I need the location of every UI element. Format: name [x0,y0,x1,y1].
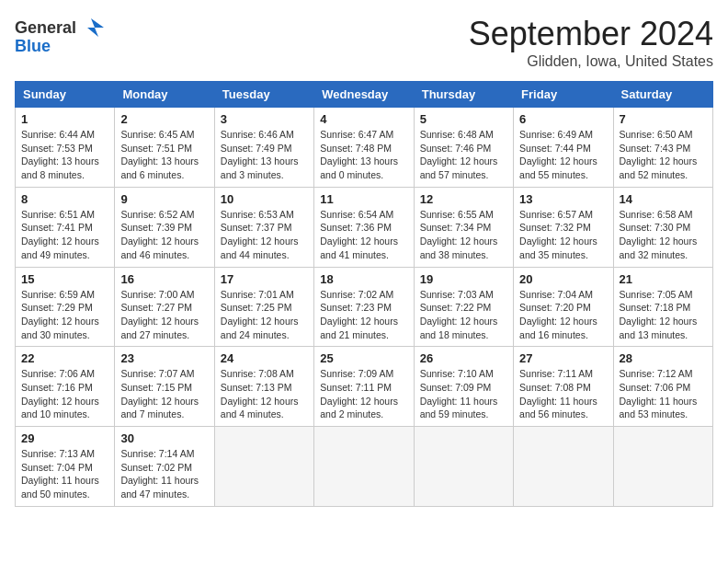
day-cell: 2Sunrise: 6:45 AM Sunset: 7:51 PM Daylig… [115,108,214,188]
day-cell: 21Sunrise: 7:05 AM Sunset: 7:18 PM Dayli… [613,267,712,347]
day-number: 26 [420,351,507,365]
day-info: Sunrise: 6:45 AM Sunset: 7:51 PM Dayligh… [120,128,208,182]
day-number: 16 [120,272,208,286]
day-cell [514,427,613,507]
day-info: Sunrise: 6:50 AM Sunset: 7:43 PM Dayligh… [620,128,707,182]
day-cell [214,427,313,507]
day-cell: 3Sunrise: 6:46 AM Sunset: 7:49 PM Daylig… [214,108,313,188]
day-info: Sunrise: 7:05 AM Sunset: 7:18 PM Dayligh… [620,288,707,342]
day-number: 12 [420,192,507,206]
day-number: 11 [320,192,407,206]
day-info: Sunrise: 6:51 AM Sunset: 7:41 PM Dayligh… [21,208,108,262]
day-cell: 1Sunrise: 6:44 AM Sunset: 7:53 PM Daylig… [16,108,115,188]
day-info: Sunrise: 6:44 AM Sunset: 7:53 PM Dayligh… [21,128,108,182]
day-number: 28 [620,351,707,365]
day-number: 18 [320,272,407,286]
day-info: Sunrise: 6:46 AM Sunset: 7:49 PM Dayligh… [221,128,308,182]
col-header-tuesday: Tuesday [214,82,313,108]
day-info: Sunrise: 6:55 AM Sunset: 7:34 PM Dayligh… [420,208,507,262]
day-cell [314,427,414,507]
day-info: Sunrise: 6:57 AM Sunset: 7:32 PM Dayligh… [519,208,607,262]
day-cell [414,427,513,507]
col-header-wednesday: Wednesday [314,82,414,108]
day-info: Sunrise: 7:04 AM Sunset: 7:20 PM Dayligh… [519,288,607,342]
day-cell: 13Sunrise: 6:57 AM Sunset: 7:32 PM Dayli… [514,187,613,267]
day-number: 15 [21,272,108,286]
title-block: September 2024 Glidden, Iowa, United Sta… [469,15,713,70]
day-number: 23 [120,351,208,365]
day-number: 5 [420,112,507,126]
day-number: 30 [120,431,208,445]
day-number: 3 [221,112,308,126]
day-cell: 17Sunrise: 7:01 AM Sunset: 7:25 PM Dayli… [214,267,313,347]
day-cell: 14Sunrise: 6:58 AM Sunset: 7:30 PM Dayli… [613,187,712,267]
day-number: 22 [21,351,108,365]
day-info: Sunrise: 7:07 AM Sunset: 7:15 PM Dayligh… [120,367,208,421]
day-cell: 22Sunrise: 7:06 AM Sunset: 7:16 PM Dayli… [16,347,115,427]
day-number: 29 [21,431,108,445]
day-number: 6 [519,112,607,126]
col-header-saturday: Saturday [613,82,712,108]
day-cell: 20Sunrise: 7:04 AM Sunset: 7:20 PM Dayli… [514,267,613,347]
day-cell: 4Sunrise: 6:47 AM Sunset: 7:48 PM Daylig… [314,108,414,188]
day-info: Sunrise: 6:53 AM Sunset: 7:37 PM Dayligh… [221,208,308,262]
day-number: 24 [221,351,308,365]
day-cell: 11Sunrise: 6:54 AM Sunset: 7:36 PM Dayli… [314,187,414,267]
day-number: 10 [221,192,308,206]
day-info: Sunrise: 7:13 AM Sunset: 7:04 PM Dayligh… [21,447,108,501]
day-number: 21 [620,272,707,286]
day-info: Sunrise: 7:02 AM Sunset: 7:23 PM Dayligh… [320,288,407,342]
day-number: 7 [620,112,707,126]
day-cell: 19Sunrise: 7:03 AM Sunset: 7:22 PM Dayli… [414,267,513,347]
day-info: Sunrise: 7:08 AM Sunset: 7:13 PM Dayligh… [221,367,308,421]
day-number: 1 [21,112,108,126]
day-cell: 27Sunrise: 7:11 AM Sunset: 7:08 PM Dayli… [514,347,613,427]
week-row-4: 22Sunrise: 7:06 AM Sunset: 7:16 PM Dayli… [16,347,713,427]
month-title: September 2024 [469,15,713,53]
day-cell: 30Sunrise: 7:14 AM Sunset: 7:02 PM Dayli… [115,427,214,507]
col-header-thursday: Thursday [414,82,513,108]
day-cell: 25Sunrise: 7:09 AM Sunset: 7:11 PM Dayli… [314,347,414,427]
day-info: Sunrise: 7:03 AM Sunset: 7:22 PM Dayligh… [420,288,507,342]
day-cell: 18Sunrise: 7:02 AM Sunset: 7:23 PM Dayli… [314,267,414,347]
day-cell: 8Sunrise: 6:51 AM Sunset: 7:41 PM Daylig… [16,187,115,267]
week-row-1: 1Sunrise: 6:44 AM Sunset: 7:53 PM Daylig… [16,108,713,188]
day-info: Sunrise: 6:54 AM Sunset: 7:36 PM Dayligh… [320,208,407,262]
day-number: 9 [120,192,208,206]
day-info: Sunrise: 6:49 AM Sunset: 7:44 PM Dayligh… [519,128,607,182]
day-info: Sunrise: 6:47 AM Sunset: 7:48 PM Dayligh… [320,128,407,182]
day-cell: 10Sunrise: 6:53 AM Sunset: 7:37 PM Dayli… [214,187,313,267]
day-cell: 12Sunrise: 6:55 AM Sunset: 7:34 PM Dayli… [414,187,513,267]
col-header-monday: Monday [115,82,214,108]
svg-marker-0 [87,18,104,37]
day-number: 2 [120,112,208,126]
day-info: Sunrise: 7:11 AM Sunset: 7:08 PM Dayligh… [519,367,607,421]
logo-text-general: General [15,18,76,38]
day-number: 13 [519,192,607,206]
logo: General Blue [15,15,104,56]
day-cell: 23Sunrise: 7:07 AM Sunset: 7:15 PM Dayli… [115,347,214,427]
day-number: 20 [519,272,607,286]
day-info: Sunrise: 6:52 AM Sunset: 7:39 PM Dayligh… [120,208,208,262]
logo-text-blue: Blue [15,37,51,56]
day-info: Sunrise: 7:12 AM Sunset: 7:06 PM Dayligh… [620,367,707,421]
day-info: Sunrise: 7:00 AM Sunset: 7:27 PM Dayligh… [120,288,208,342]
day-info: Sunrise: 7:14 AM Sunset: 7:02 PM Dayligh… [120,447,208,501]
calendar-header-row: SundayMondayTuesdayWednesdayThursdayFrid… [16,82,713,108]
logo-bird-icon [78,15,104,40]
week-row-2: 8Sunrise: 6:51 AM Sunset: 7:41 PM Daylig… [16,187,713,267]
day-number: 14 [620,192,707,206]
day-info: Sunrise: 6:58 AM Sunset: 7:30 PM Dayligh… [620,208,707,262]
week-row-3: 15Sunrise: 6:59 AM Sunset: 7:29 PM Dayli… [16,267,713,347]
day-cell: 29Sunrise: 7:13 AM Sunset: 7:04 PM Dayli… [16,427,115,507]
day-cell: 9Sunrise: 6:52 AM Sunset: 7:39 PM Daylig… [115,187,214,267]
day-number: 25 [320,351,407,365]
day-number: 27 [519,351,607,365]
day-number: 19 [420,272,507,286]
day-cell: 7Sunrise: 6:50 AM Sunset: 7:43 PM Daylig… [613,108,712,188]
day-cell: 6Sunrise: 6:49 AM Sunset: 7:44 PM Daylig… [514,108,613,188]
col-header-friday: Friday [514,82,613,108]
day-cell: 16Sunrise: 7:00 AM Sunset: 7:27 PM Dayli… [115,267,214,347]
day-info: Sunrise: 7:06 AM Sunset: 7:16 PM Dayligh… [21,367,108,421]
day-info: Sunrise: 7:01 AM Sunset: 7:25 PM Dayligh… [221,288,308,342]
